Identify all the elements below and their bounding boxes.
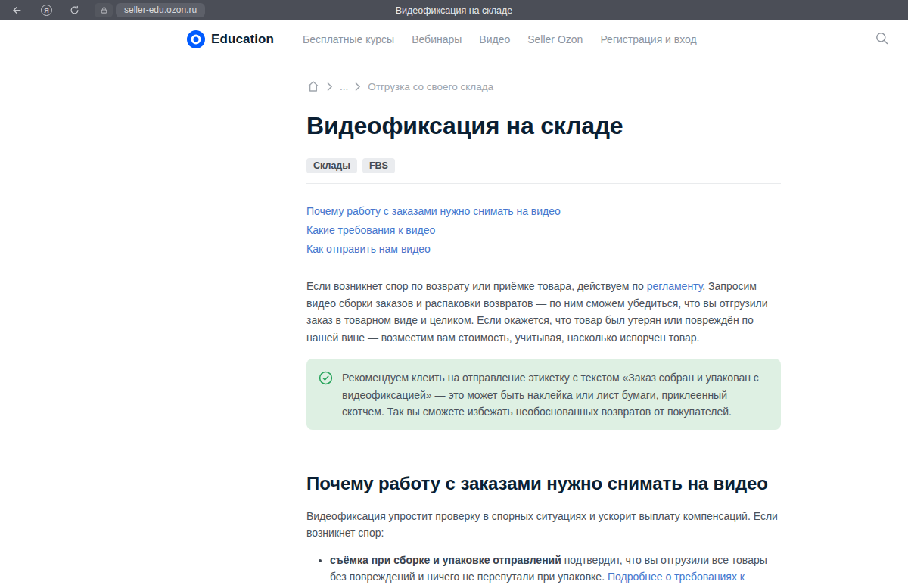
back-icon[interactable]: [11, 4, 23, 17]
site-navbar: Education Бесплатные курсы Вебинары Виде…: [0, 20, 908, 58]
nav-menu: Бесплатные курсы Вебинары Видео Seller O…: [303, 33, 697, 45]
nav-item-sign-in[interactable]: Регистрация и вход: [600, 33, 696, 45]
breadcrumb-ellipsis[interactable]: ...: [340, 81, 348, 92]
bullet-bold-text: съёмка при сборке и упаковке отправлений: [330, 554, 561, 566]
home-icon[interactable]: [306, 79, 320, 93]
page-title: Видеофиксация на складе: [306, 111, 781, 140]
chevron-right-icon: [327, 82, 333, 91]
check-circle-icon: [319, 371, 333, 385]
ozon-logo-icon: [187, 30, 205, 48]
nav-item-webinars[interactable]: Вебинары: [412, 33, 462, 45]
toc-link-why[interactable]: Почему работу с заказами нужно снимать н…: [306, 202, 781, 221]
table-of-contents: Почему работу с заказами нужно снимать н…: [306, 202, 781, 259]
divider: [306, 183, 781, 184]
toc-link-requirements[interactable]: Какие требования к видео: [306, 221, 781, 240]
ozon-education-logo[interactable]: Education: [187, 30, 274, 48]
intro-text-before: Если возникнет спор по возврату или приё…: [306, 280, 647, 292]
callout-text: Рекомендуем клеить на отправление этикет…: [342, 369, 766, 421]
breadcrumb: ... Отгрузка со своего склада: [306, 79, 781, 93]
chevron-right-icon: [355, 82, 361, 91]
search-icon[interactable]: [875, 31, 890, 46]
lock-icon[interactable]: [95, 3, 113, 17]
address-bar[interactable]: seller-edu.ozon.ru: [116, 3, 205, 17]
nav-item-seller-ozon[interactable]: Seller Ozon: [527, 33, 583, 45]
breadcrumb-current[interactable]: Отгрузка со своего склада: [368, 81, 493, 92]
bullet-list: съёмка при сборке и упаковке отправлений…: [306, 552, 781, 588]
article-content: ... Отгрузка со своего склада Видеофикса…: [306, 79, 781, 588]
yandex-glyph: Я: [41, 5, 52, 16]
reglament-link[interactable]: регламенту: [647, 280, 703, 292]
tag-list: Склады FBS: [306, 158, 781, 173]
list-item: съёмка при сборке и упаковке отправлений…: [330, 552, 781, 588]
toc-link-send[interactable]: Как отправить нам видео: [306, 240, 781, 259]
tag-sklady[interactable]: Склады: [306, 158, 357, 173]
reload-icon[interactable]: [68, 4, 81, 17]
browser-chrome: Я seller-edu.ozon.ru Видеофиксация на ск…: [0, 0, 908, 20]
recommendation-callout: Рекомендуем клеить на отправление этикет…: [306, 359, 781, 430]
brand-name: Education: [211, 32, 274, 47]
yandex-browser-icon[interactable]: Я: [40, 4, 53, 17]
section-lead: Видеофиксация упростит проверку в спорны…: [306, 508, 781, 542]
nav-item-free-courses[interactable]: Бесплатные курсы: [303, 33, 394, 45]
intro-paragraph: Если возникнет спор по возврату или приё…: [306, 278, 781, 346]
tag-fbs[interactable]: FBS: [362, 158, 395, 173]
section-heading-why: Почему работу с заказами нужно снимать н…: [306, 472, 781, 495]
nav-item-video[interactable]: Видео: [479, 33, 510, 45]
